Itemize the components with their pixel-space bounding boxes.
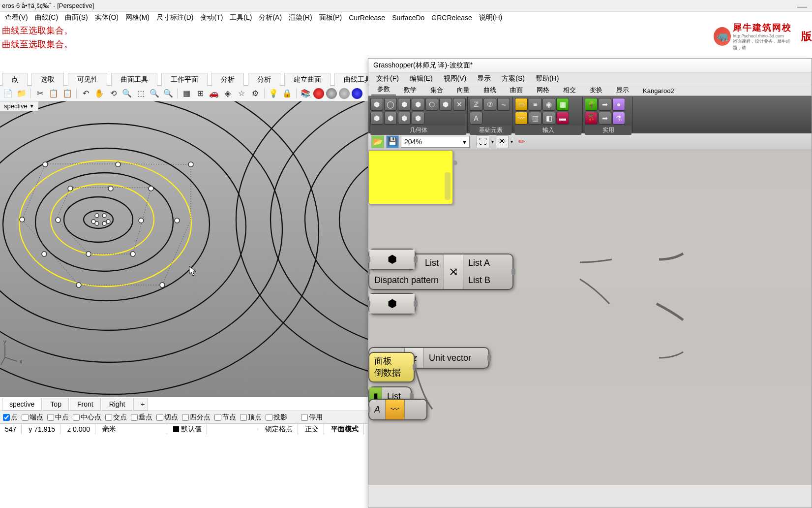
- menu-view[interactable]: 查看(V): [2, 12, 31, 23]
- gh-tab-curve[interactable]: 曲线: [478, 85, 502, 95]
- osnap-cen[interactable]: 中心点: [73, 413, 101, 422]
- cut-icon[interactable]: ✂: [34, 88, 46, 99]
- vtab-add[interactable]: +: [133, 398, 148, 411]
- gh-letter-a[interactable]: A: [369, 400, 385, 419]
- status-gridsnap[interactable]: 锁定格点: [260, 424, 298, 435]
- menu-grcrelease[interactable]: GRCRelease: [428, 13, 475, 23]
- gh-preview-icon[interactable]: 👁: [496, 135, 509, 148]
- tab-select[interactable]: 选取: [31, 73, 64, 86]
- osnap-disable[interactable]: 停用: [301, 413, 323, 422]
- gh-ribbon-icon[interactable]: ⬢: [370, 112, 383, 125]
- gh-menu-help[interactable]: 帮助(H): [531, 73, 564, 84]
- gh-ribbon-icon[interactable]: 🍒: [585, 112, 598, 125]
- osnap-mid[interactable]: 中点: [47, 413, 69, 422]
- menu-render[interactable]: 渲染(R): [286, 12, 315, 23]
- gh-ribbon-icon[interactable]: ▦: [556, 98, 569, 111]
- gh-ribbon-icon[interactable]: ◯: [384, 98, 397, 111]
- menu-panels[interactable]: 面板(P): [316, 12, 345, 23]
- gh-ribbon-icon[interactable]: 〰: [515, 112, 528, 125]
- osnap-tan[interactable]: 切点: [156, 413, 178, 422]
- gh-ribbon-icon[interactable]: ✕: [453, 98, 466, 111]
- menu-help[interactable]: 说明(H): [476, 12, 505, 23]
- gh-unitz-out[interactable]: Unit vector: [424, 348, 476, 368]
- gh-ribbon-icon[interactable]: ▭: [515, 98, 528, 111]
- menu-tools[interactable]: 工具(L): [227, 12, 255, 23]
- gh-dispatch-in-pattern[interactable]: Dispatch pattern: [369, 273, 444, 287]
- gh-ribbon-icon[interactable]: A: [470, 112, 482, 125]
- gh-ribbon-icon[interactable]: ≡: [529, 98, 541, 111]
- tab-cplane[interactable]: 工作平面: [161, 73, 208, 86]
- gh-tab-transform[interactable]: 变换: [584, 85, 608, 95]
- menu-solid[interactable]: 实体(O): [92, 12, 121, 23]
- material-gray-icon[interactable]: [326, 88, 337, 99]
- gh-tab-display[interactable]: 显示: [610, 85, 635, 95]
- tab-analyze2[interactable]: 分析: [248, 73, 280, 86]
- zoom-window-icon[interactable]: ⬚: [135, 88, 147, 99]
- grasshopper-window[interactable]: Grasshopper(林师兄 译)-波纹面* 文件(F) 编辑(E) 视图(V…: [368, 58, 812, 508]
- zoom-extents-icon[interactable]: 🔍: [149, 88, 160, 99]
- gh-menu-file[interactable]: 文件(F): [371, 73, 404, 84]
- viewport-dropdown-icon[interactable]: ▼: [30, 103, 34, 109]
- gh-save-icon[interactable]: 💾: [386, 135, 399, 148]
- gh-tab-surface[interactable]: 曲面: [504, 85, 529, 95]
- viewport-canvas[interactable]: x y: [0, 101, 374, 397]
- gh-ribbon-icon[interactable]: ▬: [556, 112, 569, 125]
- gh-ribbon-icon[interactable]: ⬡: [425, 98, 438, 111]
- gh-ribbon-icon[interactable]: ➡: [599, 112, 611, 125]
- vtab-top[interactable]: Top: [43, 398, 69, 411]
- tab-analyze1[interactable]: 分析: [211, 73, 244, 86]
- gh-canvas[interactable]: ◯ Circle List Dispatch pattern ⤨ List A …: [368, 150, 812, 485]
- gh-open-icon[interactable]: 📂: [371, 135, 384, 148]
- rotate-icon[interactable]: ⟲: [107, 88, 119, 99]
- new-icon[interactable]: 📄: [2, 88, 14, 99]
- gh-curve-param-1[interactable]: ⬢: [368, 249, 416, 270]
- status-planar[interactable]: 平面模式: [326, 424, 364, 435]
- gh-zoomfit-icon[interactable]: ⛶: [477, 135, 489, 148]
- gh-ribbon-icon[interactable]: ⚗: [612, 112, 625, 125]
- gh-ribbon-icon[interactable]: ⬢: [412, 112, 424, 125]
- gh-group-input[interactable]: 输入: [515, 126, 581, 135]
- gh-curve-param-2[interactable]: ⬢: [368, 293, 416, 315]
- menu-transform[interactable]: 变动(T): [197, 12, 226, 23]
- gh-ribbon-icon[interactable]: ⬢: [398, 98, 411, 111]
- minimize-icon[interactable]: —: [797, 1, 807, 12]
- open-icon[interactable]: 📁: [16, 88, 28, 99]
- osnap-knot[interactable]: 节点: [214, 413, 236, 422]
- pan-icon[interactable]: ✋: [93, 88, 105, 99]
- menu-dimension[interactable]: 尺寸标注(D): [153, 12, 196, 23]
- gh-dispatch-out-a[interactable]: List A: [463, 256, 495, 270]
- options-icon[interactable]: ⚙: [249, 88, 261, 99]
- osnap-quad[interactable]: 四分点: [182, 413, 211, 422]
- gh-ribbon-icon[interactable]: ◉: [542, 98, 555, 111]
- gh-zoom-select[interactable]: 204%▾: [401, 136, 470, 148]
- gh-ribbon-icon[interactable]: ▥: [529, 112, 541, 125]
- osnap-vertex[interactable]: 顶点: [240, 413, 262, 422]
- viewport-label[interactable]: spective ▼: [0, 101, 38, 111]
- gh-group-util[interactable]: 实用: [585, 126, 632, 135]
- gh-tab-maths[interactable]: 数学: [398, 85, 422, 95]
- gh-panel-label-comp[interactable]: 面板 倒数据: [368, 352, 415, 382]
- gh-ribbon-icon[interactable]: ➡: [599, 98, 611, 111]
- copy-icon[interactable]: 📋: [48, 88, 60, 99]
- tab-create-surface[interactable]: 建立曲面: [284, 73, 331, 86]
- cplane-icon[interactable]: ◈: [222, 88, 234, 99]
- lock-icon[interactable]: 🔒: [281, 88, 293, 99]
- zoom-in-icon[interactable]: 🔍: [121, 88, 133, 99]
- tab-surface-tools[interactable]: 曲面工具: [111, 73, 157, 86]
- tab-visibility[interactable]: 可见性: [68, 73, 107, 86]
- gh-tab-params[interactable]: 参数: [371, 84, 396, 95]
- gh-ribbon-icon[interactable]: 🌳: [585, 98, 598, 111]
- osnap-point[interactable]: 点: [3, 413, 18, 422]
- gh-dispatch-out-b[interactable]: List B: [463, 273, 495, 287]
- gh-tab-intersect[interactable]: 相交: [557, 85, 582, 95]
- gh-tab-kangaroo[interactable]: Kangaroo2: [637, 86, 680, 95]
- gh-menu-edit[interactable]: 编辑(E): [405, 73, 438, 84]
- gh-ribbon-icon[interactable]: ⬢: [384, 112, 397, 125]
- gh-tab-vector[interactable]: 向量: [451, 85, 476, 95]
- gh-group-geometry[interactable]: 几何体: [370, 126, 466, 135]
- gh-ribbon-icon[interactable]: ⑦: [483, 98, 496, 111]
- gh-ribbon-icon[interactable]: ⬢: [370, 98, 383, 111]
- gh-title-bar[interactable]: Grasshopper(林师兄 译)-波纹面*: [368, 59, 812, 72]
- gh-tab-mesh[interactable]: 网格: [531, 85, 555, 95]
- vtab-front[interactable]: Front: [70, 398, 101, 411]
